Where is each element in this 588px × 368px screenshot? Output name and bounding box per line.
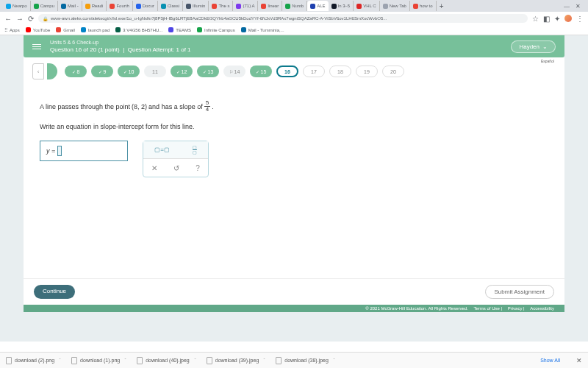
browser-tab[interactable]: Docur	[133, 1, 158, 11]
star-icon[interactable]: ☆	[532, 15, 539, 23]
user-name: Hayden	[519, 43, 539, 50]
reload-icon[interactable]: ⟳	[28, 15, 34, 23]
chevron-up-icon[interactable]: ˄	[194, 358, 196, 363]
question-pill-20[interactable]: 20	[382, 66, 404, 77]
submit-button[interactable]: Submit Assignment	[485, 285, 554, 299]
question-number: 20	[390, 69, 396, 74]
bookmark-item[interactable]: launch pad	[81, 27, 110, 32]
lock-icon: 🔒	[43, 16, 48, 21]
browser-tab[interactable]: Fourth	[107, 1, 132, 11]
tab-favicon	[356, 4, 362, 9]
chevron-up-icon[interactable]: ˄	[124, 358, 126, 363]
answer-prefix: y =	[46, 147, 55, 155]
question-pill-15[interactable]: ✓15	[250, 66, 272, 77]
terms-link[interactable]: Terms of Use	[473, 306, 499, 311]
chevron-up-icon[interactable]: ˄	[333, 358, 335, 363]
accessibility-link[interactable]: Accessibility	[530, 306, 554, 311]
check-icon: ✓	[176, 69, 180, 74]
profile-avatar[interactable]	[564, 15, 572, 22]
template-equation[interactable]: ▢=▢	[154, 146, 170, 153]
window-close[interactable]: ✕	[576, 3, 581, 10]
question-pill-11[interactable]: 11	[144, 66, 166, 77]
help-icon[interactable]: ?	[196, 164, 200, 172]
browser-tab[interactable]: Readi	[82, 1, 107, 11]
question-pill-19[interactable]: 19	[356, 66, 378, 77]
user-menu[interactable]: Hayden ⌄	[511, 40, 556, 53]
menu-icon[interactable]: ⋮	[576, 15, 584, 23]
question-pill-8[interactable]: ✓8	[65, 66, 87, 77]
bookmark-item[interactable]: Gmail	[56, 27, 75, 32]
browser-tab[interactable]: how to	[410, 1, 437, 11]
bookmark-item[interactable]: YouTube	[26, 27, 51, 32]
file-icon	[276, 357, 282, 364]
chevron-up-icon[interactable]: ˄	[59, 358, 61, 363]
undo-icon[interactable]: ↺	[173, 164, 179, 172]
browser-tab[interactable]: Campu	[31, 1, 58, 11]
knowledge-wedge	[47, 63, 57, 79]
privacy-link[interactable]: Privacy	[508, 306, 523, 311]
question-pill-10[interactable]: ✓10	[118, 66, 140, 77]
url-field[interactable]: 🔒 www-awn.aleks.com/alekscgi/x/Isl.exe/1…	[38, 14, 528, 23]
answer-input[interactable]: y =	[40, 141, 128, 161]
tab-favicon	[161, 4, 166, 9]
download-item[interactable]: download (39).jpeg˄	[207, 357, 266, 364]
browser-tab[interactable]: Nearpo	[3, 1, 31, 11]
close-shelf-icon[interactable]: ✕	[576, 357, 582, 364]
download-item[interactable]: download (38).jpeg˄	[276, 357, 335, 364]
unit-title: Units 5 & 6 Check-up	[50, 40, 511, 45]
question-pill-16[interactable]: 16	[276, 66, 298, 77]
browser-tab[interactable]: The s	[209, 1, 233, 11]
tab-label: linear	[268, 4, 279, 8]
browser-tab[interactable]: Mail -	[58, 1, 82, 11]
extensions-icon[interactable]: ✦	[554, 15, 560, 23]
apps-button[interactable]: ⠿Apps	[4, 27, 20, 32]
download-item[interactable]: download (2).png˄	[6, 357, 61, 364]
forward-icon[interactable]: →	[16, 15, 24, 23]
new-tab-button[interactable]: +	[437, 2, 447, 10]
tab-favicon	[6, 4, 11, 9]
browser-tab[interactable]: (71) A	[233, 1, 258, 11]
bookmark-item[interactable]: Infinite Campus	[197, 27, 235, 32]
question-pill-9[interactable]: ✓9	[91, 66, 113, 77]
tab-favicon	[331, 4, 337, 9]
language-toggle[interactable]: Español	[541, 59, 554, 63]
window-minimize[interactable]: —	[564, 3, 570, 10]
bookmark-item[interactable]: 3 V4G56 BH57HU...	[115, 27, 162, 32]
question-pill-17[interactable]: 17	[303, 66, 325, 77]
browser-tab[interactable]: Numb	[282, 1, 307, 11]
question-pill-14[interactable]: ⚐14	[223, 66, 245, 77]
download-filename: download (1).png	[80, 358, 120, 363]
file-icon	[71, 357, 77, 364]
check-icon: ✓	[203, 69, 207, 74]
continue-button[interactable]: Continue	[34, 285, 75, 299]
question-pill-12[interactable]: ✓12	[171, 66, 193, 77]
download-item[interactable]: download (40).jpeg˄	[137, 357, 196, 364]
browser-tab[interactable]: linear	[258, 1, 282, 11]
show-all-downloads[interactable]: Show All	[540, 358, 560, 363]
browser-tab[interactable]: ALE	[307, 1, 328, 11]
bookmark-item[interactable]: Mail - Tumminia,...	[241, 27, 284, 32]
question-pill-13[interactable]: ✓13	[197, 66, 219, 77]
nav-prev[interactable]: ‹	[32, 63, 44, 79]
bookmark-favicon	[81, 27, 86, 32]
browser-tab[interactable]: Illumin	[183, 1, 209, 11]
template-fraction[interactable]: ▢▢	[193, 145, 197, 155]
tab-favicon	[383, 4, 388, 9]
question-pill-18[interactable]: 18	[329, 66, 351, 77]
browser-tab[interactable]: VHL C	[354, 1, 379, 11]
cast-icon[interactable]: ◧	[543, 15, 550, 23]
back-icon[interactable]: ←	[4, 15, 12, 23]
app-header: Units 5 & 6 Check-up Question 16 of 20 (…	[24, 35, 564, 57]
browser-tab[interactable]: In 3–5	[329, 1, 354, 11]
clear-icon[interactable]: ✕	[151, 164, 157, 172]
bookmark-label: TEAMS	[176, 28, 191, 32]
chevron-up-icon[interactable]: ˄	[263, 358, 265, 363]
browser-tab[interactable]: New Tab	[380, 1, 410, 11]
download-item[interactable]: download (1).png˄	[71, 357, 126, 364]
window-controls: — ✕	[564, 3, 585, 10]
bookmark-label: 3 V4G56 BH57HU...	[123, 28, 162, 32]
bookmark-item[interactable]: TEAMS	[168, 27, 191, 32]
browser-tab[interactable]: Classi	[158, 1, 183, 11]
tab-favicon	[61, 4, 66, 9]
menu-hamburger-icon[interactable]	[32, 44, 41, 49]
